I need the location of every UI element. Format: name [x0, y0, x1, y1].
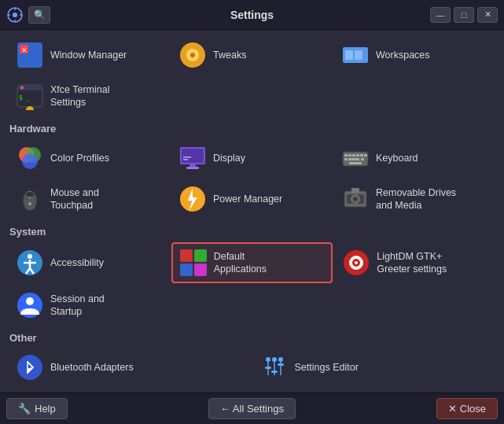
colorprofiles-icon	[16, 144, 44, 172]
terminal-icon: $ _	[16, 82, 44, 110]
removable-label: Removable Drivesand Media	[376, 186, 456, 212]
workspaces-icon	[341, 41, 370, 69]
settings-editor-icon	[260, 353, 289, 382]
system-row1: Accessibility DefaultApplications	[9, 242, 495, 283]
other-row1: Bluetooth Adapters	[9, 348, 495, 386]
svg-rect-39	[349, 162, 362, 164]
lightdm-icon	[342, 249, 370, 277]
sidebar-item-settings-editor[interactable]: Settings Editor	[254, 348, 495, 386]
svg-point-67	[17, 355, 42, 380]
color-profiles-label: Color Profiles	[50, 152, 109, 164]
hardware-row1: Color Profiles Display	[9, 139, 495, 177]
hardware-section-header: Hardware	[9, 123, 495, 135]
session-icon	[16, 291, 44, 319]
other-section-header: Other	[9, 332, 495, 344]
sidebar-item-default-apps[interactable]: DefaultApplications	[171, 242, 333, 283]
removable-icon	[341, 185, 370, 213]
tweaks-label: Tweaks	[213, 49, 246, 61]
sidebar-item-display[interactable]: Display	[172, 139, 332, 177]
search-button[interactable]: 🔍	[28, 6, 50, 24]
svg-point-1	[13, 13, 17, 17]
power-icon	[178, 185, 207, 213]
accessibility-label: Accessibility	[50, 256, 104, 269]
svg-rect-58	[194, 249, 207, 262]
maximize-button[interactable]: □	[454, 7, 474, 23]
sidebar-item-color-profiles[interactable]: Color Profiles	[9, 139, 169, 177]
svg-rect-27	[183, 157, 191, 158]
svg-point-71	[278, 357, 283, 362]
accessibility-icon	[16, 249, 44, 277]
svg-text:✕: ✕	[21, 46, 28, 54]
sidebar-item-power[interactable]: Power Manager	[172, 180, 332, 218]
help-button[interactable]: 🔧 Help	[6, 398, 68, 419]
svg-rect-37	[348, 158, 359, 160]
main-content: ✕ Window Manager Tweaks	[0, 30, 504, 393]
app-logo-icon	[6, 6, 24, 24]
svg-point-17	[20, 87, 24, 90]
sidebar-item-workspaces[interactable]: Workspaces	[335, 36, 495, 74]
keyboard-label: Keyboard	[376, 152, 418, 164]
svg-point-11	[190, 53, 195, 57]
svg-point-69	[266, 357, 270, 362]
bluetooth-icon	[16, 353, 44, 382]
svg-rect-36	[344, 158, 348, 160]
svg-rect-31	[348, 154, 351, 157]
sidebar-item-tweaks[interactable]: Tweaks	[172, 36, 332, 74]
window-controls: — □ ✕	[430, 7, 498, 23]
bluetooth-label: Bluetooth Adapters	[50, 361, 134, 374]
svg-rect-32	[352, 154, 355, 157]
window-title: Settings	[230, 9, 274, 21]
svg-point-66	[26, 297, 34, 305]
svg-rect-13	[345, 50, 353, 60]
svg-rect-60	[194, 264, 207, 276]
sidebar-item-accessibility[interactable]: Accessibility	[9, 242, 168, 283]
system-row2: Session andStartup	[9, 286, 495, 324]
tweaks-icon	[178, 41, 207, 69]
help-icon: 🔧	[18, 403, 31, 415]
wm-icon: ✕	[16, 41, 44, 69]
settings-editor-label: Settings Editor	[295, 361, 359, 374]
svg-point-49	[354, 197, 357, 201]
sidebar-item-session[interactable]: Session andStartup	[9, 286, 151, 324]
help-label: Help	[35, 403, 56, 415]
mouse-icon	[16, 185, 44, 213]
svg-rect-59	[180, 264, 193, 276]
sidebar-item-mouse[interactable]: Mouse andTouchpad	[9, 180, 169, 218]
sidebar-item-keyboard[interactable]: Keyboard	[335, 139, 495, 177]
display-label: Display	[213, 152, 245, 164]
svg-rect-38	[361, 158, 364, 160]
sidebar-item-window-manager[interactable]: ✕ Window Manager	[9, 36, 169, 74]
svg-point-52	[28, 254, 32, 259]
all-settings-label: ← All Settings	[220, 403, 284, 415]
mouse-label: Mouse andTouchpad	[50, 186, 99, 212]
sidebar-item-removable[interactable]: Removable Drivesand Media	[335, 180, 495, 218]
top-items-row: ✕ Window Manager Tweaks	[9, 36, 495, 74]
close-window-button[interactable]: ✕	[477, 7, 498, 23]
terminal-label: Xfce TerminalSettings	[50, 83, 110, 109]
system-section-header: System	[9, 226, 495, 238]
svg-rect-76	[271, 371, 278, 373]
scrollable-area: ✕ Window Manager Tweaks	[9, 36, 495, 386]
sidebar-item-bluetooth[interactable]: Bluetooth Adapters	[9, 348, 251, 386]
svg-rect-57	[180, 249, 193, 262]
all-settings-button[interactable]: ← All Settings	[208, 398, 296, 419]
bottombar: 🔧 Help ← All Settings ✕ Close	[0, 393, 504, 424]
session-label: Session andStartup	[50, 293, 105, 319]
display-icon	[178, 144, 207, 172]
svg-rect-50	[351, 188, 359, 193]
minimize-button[interactable]: —	[430, 7, 451, 23]
sidebar-item-lightdm[interactable]: LightDM GTK+Greeter settings	[336, 242, 495, 283]
workspaces-label: Workspaces	[376, 49, 430, 61]
svg-rect-28	[183, 159, 188, 160]
svg-rect-35	[364, 154, 367, 157]
svg-rect-30	[344, 154, 348, 157]
svg-rect-24	[182, 149, 204, 163]
svg-rect-26	[186, 167, 199, 169]
power-label: Power Manager	[213, 193, 282, 205]
titlebar: 🔍 Settings — □ ✕	[0, 0, 504, 30]
svg-rect-34	[360, 154, 363, 157]
sidebar-item-terminal[interactable]: $ _ Xfce TerminalSettings	[9, 77, 151, 115]
lightdm-label: LightDM GTK+Greeter settings	[377, 250, 447, 276]
close-button[interactable]: ✕ Close	[436, 398, 498, 419]
svg-point-70	[272, 357, 277, 362]
